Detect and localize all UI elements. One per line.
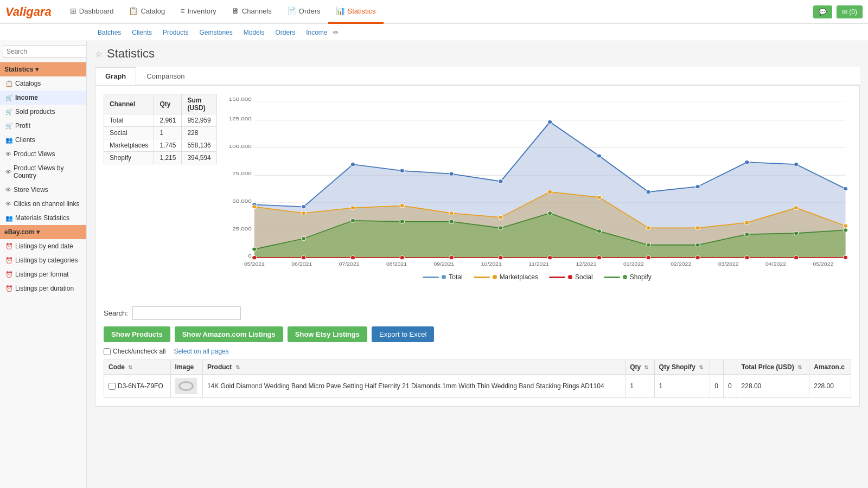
sidebar-ebay-header[interactable]: eBay.com ▾ [0,225,86,239]
qty-cell: 1,215 [154,152,182,164]
subnav-models[interactable]: Models [238,24,270,41]
svg-text:125,000: 125,000 [229,115,252,121]
sidebar-item-sold-products[interactable]: 🛒 Sold products [0,105,86,119]
tab-comparison[interactable]: Comparison [136,67,195,85]
main-layout: › Statistics ▾ 📋 Catalogs 🛒 Income 🛒 Sol… [0,41,868,488]
dashboard-icon: ⊞ [70,7,76,15]
export-excel-button[interactable]: Export to Excel [372,326,434,342]
svg-text:75,000: 75,000 [232,170,251,176]
subnav-gemstones[interactable]: Gemstones [194,24,238,41]
sidebar-item-profit[interactable]: 🛒 Profit [0,119,86,133]
sidebar-item-listings-categories[interactable]: ⏰ Listings by categories [0,253,86,267]
col-6 [710,360,724,375]
total-price-sort-icon[interactable]: ⇅ [797,364,802,370]
sidebar-search-box: › [0,41,86,62]
sidebar-item-listings-end-date[interactable]: ⏰ Listings by end date [0,239,86,253]
favorite-star-icon[interactable]: ☆ [95,49,103,59]
legend-social-label: Social [575,273,593,281]
show-amazon-button[interactable]: Show Amazon.com Listings [175,326,283,342]
svg-text:12/2021: 12/2021 [576,261,597,267]
sidebar-item-catalogs[interactable]: 📋 Catalogs [0,76,86,91]
row-checkbox[interactable] [108,383,116,390]
row-qty: 1 [626,375,654,398]
product-image [175,378,197,394]
nav-orders[interactable]: 📄 Orders [279,0,328,24]
col-product: Product ⇅ [202,360,625,375]
chat-button[interactable]: 💬 [813,5,832,18]
sidebar-item-materials[interactable]: 👥 Materials Statistics [0,211,86,225]
listings-categories-icon: ⏰ [5,257,13,264]
dot-marketplaces-11 [794,206,798,210]
sidebar-item-clients[interactable]: 👥 Clients [0,133,86,147]
qty-shopify-sort-icon[interactable]: ⇅ [699,364,703,370]
tab-graph[interactable]: Graph [95,67,136,85]
product-sort-icon[interactable]: ⇅ [235,364,240,370]
logo: Valigara [5,5,52,19]
product-search-input[interactable] [132,306,241,320]
row-checkbox-label[interactable]: D3-6NTA-Z9FO [108,382,166,390]
dot-total-11 [794,163,798,166]
mail-button[interactable]: ✉ (0) [837,5,863,18]
subnav-products[interactable]: Products [157,24,194,41]
sidebar-item-store-views[interactable]: 👁 Store Views [0,183,86,197]
row-code: D3-6NTA-Z9FO [104,375,171,398]
subnav-income[interactable]: Income [301,24,333,41]
subnav-orders[interactable]: Orders [270,24,301,41]
sidebar-item-listings-duration[interactable]: ⏰ Listings per duration [0,281,86,296]
check-uncheck-label[interactable]: Check/uncheck all [104,348,165,355]
check-uncheck-checkbox[interactable] [104,348,111,355]
sidebar-search-input[interactable] [3,46,87,57]
dot-shopify-7 [597,229,601,233]
sidebar-item-income[interactable]: 🛒 Income [0,91,86,105]
nav-inventory[interactable]: ≡ Inventory [173,0,224,24]
qty-sort-icon[interactable]: ⇅ [644,364,648,370]
dot-social-7 [597,256,601,260]
select-all-pages[interactable]: Select on all pages [174,348,228,355]
nav-catalog[interactable]: 📋 Catalog [121,0,173,24]
svg-text:09/2021: 09/2021 [433,261,454,267]
sum-cell: 394,594 [182,152,216,164]
row-total-price: 228.00 [737,375,809,398]
dot-shopify-12 [843,228,847,232]
svg-text:04/2022: 04/2022 [765,261,786,267]
sidebar-item-clicks-channel[interactable]: 👁 Clicks on channel links [0,197,86,211]
subnav-clients[interactable]: Clients [126,24,157,41]
legend-social-line [549,277,565,278]
dot-shopify-4 [449,220,454,223]
dot-shopify-0 [252,247,257,251]
svg-text:06/2021: 06/2021 [291,261,312,267]
qty-cell: 2,961 [154,114,182,127]
show-products-button[interactable]: Show Products [104,326,170,342]
code-sort-icon[interactable]: ⇅ [128,364,132,370]
legend-total-line [423,277,439,278]
sidebar-item-product-views[interactable]: 👁 Product Views [0,147,86,161]
svg-text:07/2021: 07/2021 [339,261,360,267]
sidebar-statistics-section: Statistics ▾ 📋 Catalogs 🛒 Income 🛒 Sold … [0,62,86,225]
nav-statistics[interactable]: 📊 Statistics [328,0,384,24]
row-image [170,375,202,398]
edit-subnav-icon[interactable]: ✏ [333,29,339,36]
dot-marketplaces-5 [499,215,503,219]
profit-icon: 🛒 [5,123,13,130]
legend-total-label: Total [449,273,462,281]
row-col6: 0 [710,375,724,398]
dot-total-1 [301,205,305,209]
show-etsy-button[interactable]: Show Etsy Listings [288,326,367,342]
svg-text:150,000: 150,000 [229,96,252,102]
legend-marketplaces-dot [493,275,497,279]
sidebar-item-product-views-country[interactable]: 👁 Product Views by Country [0,161,86,183]
dot-shopify-1 [301,236,305,240]
nav-dashboard[interactable]: ⊞ Dashboard [62,0,122,24]
sidebar-item-listings-format[interactable]: ⏰ Listings per format [0,267,86,281]
col-qty-shopify: Qty Shopify ⇅ [654,360,710,375]
subnav-batches[interactable]: Batches [92,24,126,41]
svg-text:02/2022: 02/2022 [671,261,691,267]
legend-social: Social [549,273,593,281]
sidebar-statistics-header[interactable]: Statistics ▾ [0,62,86,76]
table-row: D3-6NTA-Z9FO 14K Gold Diamond Wedding Ba… [104,375,851,398]
nav-channels[interactable]: 🖥 Channels [224,0,279,24]
dot-shopify-10 [745,233,749,236]
channel-table-row: Social1228 [104,127,217,139]
dot-social-9 [695,256,700,260]
dot-social-2 [350,256,355,260]
